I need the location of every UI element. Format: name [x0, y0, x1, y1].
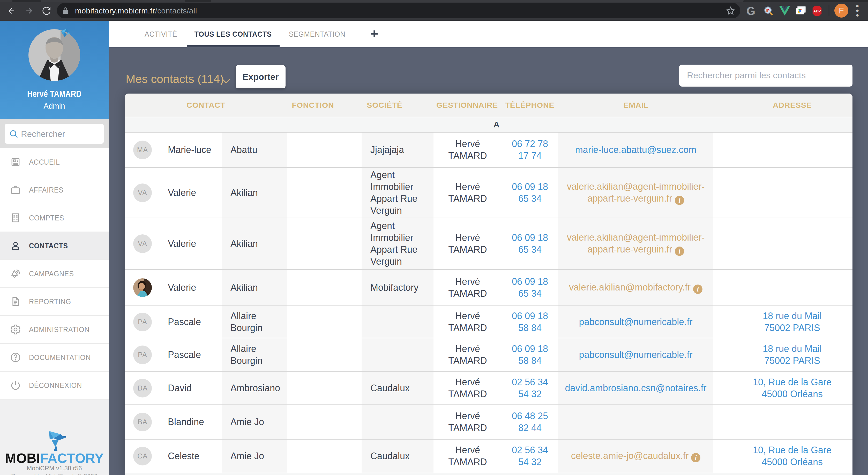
svg-text:ABP: ABP — [813, 9, 821, 13]
svg-text:IP: IP — [766, 8, 770, 12]
